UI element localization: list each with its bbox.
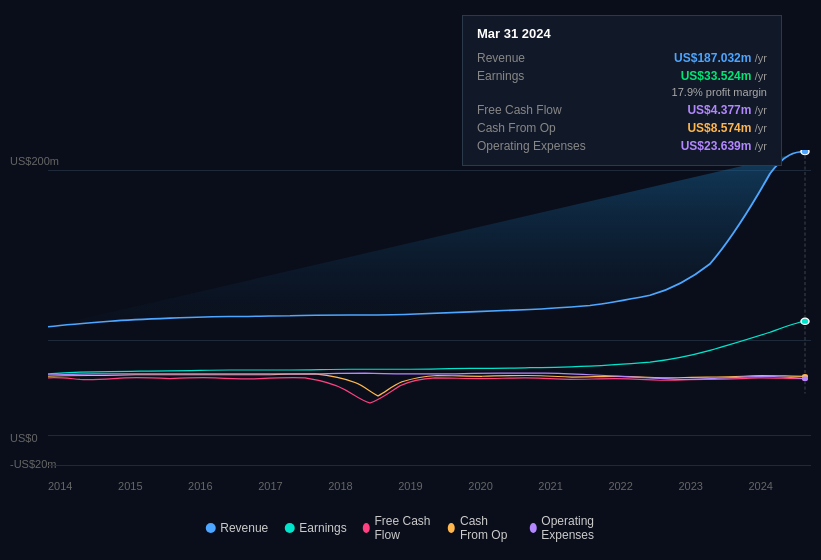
x-label-2023: 2023 <box>678 480 702 492</box>
x-label-2018: 2018 <box>328 480 352 492</box>
legend-opex[interactable]: Operating Expenses <box>529 514 615 542</box>
cashop-label: Cash From Op <box>477 121 597 135</box>
legend-label-fcf: Free Cash Flow <box>374 514 432 542</box>
legend-label-revenue: Revenue <box>220 521 268 535</box>
x-label-2020: 2020 <box>468 480 492 492</box>
earnings-label: Earnings <box>477 69 597 83</box>
fcf-value: US$4.377m /yr <box>687 103 767 117</box>
cashop-value: US$8.574m /yr <box>687 121 767 135</box>
tooltip-row-revenue: Revenue US$187.032m /yr <box>477 49 767 67</box>
x-label-2016: 2016 <box>188 480 212 492</box>
tooltip-row-cashop: Cash From Op US$8.574m /yr <box>477 119 767 137</box>
x-label-2024: 2024 <box>748 480 772 492</box>
fcf-label: Free Cash Flow <box>477 103 597 117</box>
legend-revenue[interactable]: Revenue <box>205 521 268 535</box>
x-label-2017: 2017 <box>258 480 282 492</box>
legend-dot-revenue <box>205 523 215 533</box>
x-label-2014: 2014 <box>48 480 72 492</box>
svg-point-5 <box>802 376 808 381</box>
tooltip-row-earnings: Earnings US$33.524m /yr <box>477 67 767 85</box>
legend-cashop[interactable]: Cash From Op <box>448 514 513 542</box>
x-label-2021: 2021 <box>538 480 562 492</box>
earnings-value: US$33.524m /yr <box>681 69 767 83</box>
svg-point-1 <box>801 150 809 155</box>
x-label-2019: 2019 <box>398 480 422 492</box>
chart-svg <box>0 150 821 480</box>
revenue-label: Revenue <box>477 51 597 65</box>
tooltip-date: Mar 31 2024 <box>477 26 767 41</box>
legend-dot-earnings <box>284 523 294 533</box>
tooltip-row-fcf: Free Cash Flow US$4.377m /yr <box>477 101 767 119</box>
x-labels: 2014 2015 2016 2017 2018 2019 2020 2021 … <box>0 480 821 492</box>
x-label-2015: 2015 <box>118 480 142 492</box>
legend-label-cashop: Cash From Op <box>460 514 514 542</box>
legend-fcf[interactable]: Free Cash Flow <box>363 514 433 542</box>
x-label-2022: 2022 <box>608 480 632 492</box>
legend-dot-fcf <box>363 523 370 533</box>
svg-point-2 <box>801 318 809 324</box>
revenue-value: US$187.032m /yr <box>674 51 767 65</box>
opex-label: Operating Expenses <box>477 139 597 153</box>
legend: Revenue Earnings Free Cash Flow Cash Fro… <box>205 514 616 542</box>
legend-label-opex: Operating Expenses <box>541 514 615 542</box>
tooltip-row-opex: Operating Expenses US$23.639m /yr <box>477 137 767 155</box>
chart-container: Mar 31 2024 Revenue US$187.032m /yr Earn… <box>0 0 821 560</box>
profit-margin: 17.9% profit margin <box>477 85 767 101</box>
legend-dot-cashop <box>448 523 455 533</box>
tooltip-box: Mar 31 2024 Revenue US$187.032m /yr Earn… <box>462 15 782 166</box>
legend-dot-opex <box>529 523 536 533</box>
legend-earnings[interactable]: Earnings <box>284 521 346 535</box>
legend-label-earnings: Earnings <box>299 521 346 535</box>
opex-value: US$23.639m /yr <box>681 139 767 153</box>
